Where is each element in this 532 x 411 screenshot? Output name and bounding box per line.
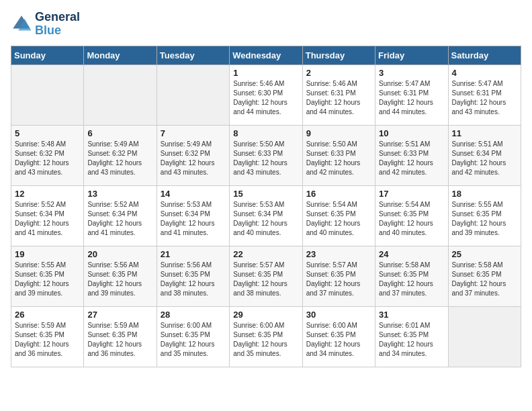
day-info: Sunrise: 5:57 AM Sunset: 6:35 PM Dayligh… — [306, 261, 371, 298]
day-info: Sunrise: 5:54 AM Sunset: 6:35 PM Dayligh… — [306, 200, 371, 238]
day-number: 13 — [87, 189, 152, 199]
day-number: 15 — [233, 189, 298, 199]
day-info: Sunrise: 5:49 AM Sunset: 6:32 PM Dayligh… — [87, 140, 152, 177]
calendar-cell: 12Sunrise: 5:52 AM Sunset: 6:34 PM Dayli… — [11, 185, 84, 246]
day-number: 28 — [161, 310, 226, 320]
calendar-cell: 20Sunrise: 5:56 AM Sunset: 6:35 PM Dayli… — [84, 246, 157, 306]
calendar-cell: 13Sunrise: 5:52 AM Sunset: 6:34 PM Dayli… — [84, 185, 157, 246]
page-header: General Blue — [11, 11, 521, 38]
day-number: 4 — [452, 68, 517, 78]
day-info: Sunrise: 5:52 AM Sunset: 6:34 PM Dayligh… — [87, 200, 152, 238]
day-number: 14 — [161, 189, 226, 199]
day-info: Sunrise: 6:00 AM Sunset: 6:35 PM Dayligh… — [161, 321, 226, 359]
day-info: Sunrise: 5:59 AM Sunset: 6:35 PM Dayligh… — [15, 321, 80, 359]
calendar-cell: 1Sunrise: 5:46 AM Sunset: 6:30 PM Daylig… — [230, 64, 302, 125]
day-number: 18 — [452, 189, 517, 199]
day-number: 12 — [15, 189, 80, 199]
day-number: 17 — [379, 189, 444, 199]
calendar-cell — [157, 64, 229, 125]
day-info: Sunrise: 5:48 AM Sunset: 6:32 PM Dayligh… — [15, 140, 80, 177]
calendar-cell: 5Sunrise: 5:48 AM Sunset: 6:32 PM Daylig… — [11, 125, 84, 185]
day-number: 27 — [87, 310, 152, 320]
day-info: Sunrise: 5:59 AM Sunset: 6:35 PM Dayligh… — [87, 321, 152, 359]
day-number: 31 — [379, 310, 444, 320]
calendar-week-row: 1Sunrise: 5:46 AM Sunset: 6:30 PM Daylig… — [11, 64, 521, 125]
calendar-cell: 4Sunrise: 5:47 AM Sunset: 6:31 PM Daylig… — [448, 64, 521, 125]
calendar-cell — [11, 64, 84, 125]
calendar-cell: 18Sunrise: 5:55 AM Sunset: 6:35 PM Dayli… — [448, 185, 521, 246]
day-info: Sunrise: 5:51 AM Sunset: 6:34 PM Dayligh… — [452, 140, 517, 177]
calendar-cell: 27Sunrise: 5:59 AM Sunset: 6:35 PM Dayli… — [84, 306, 157, 367]
day-info: Sunrise: 5:47 AM Sunset: 6:31 PM Dayligh… — [379, 79, 444, 117]
calendar-cell: 30Sunrise: 6:00 AM Sunset: 6:35 PM Dayli… — [302, 306, 375, 367]
day-number: 20 — [87, 249, 152, 259]
calendar-cell: 2Sunrise: 5:46 AM Sunset: 6:31 PM Daylig… — [302, 64, 375, 125]
calendar-week-row: 5Sunrise: 5:48 AM Sunset: 6:32 PM Daylig… — [11, 125, 521, 185]
day-number: 25 — [452, 249, 517, 259]
calendar-cell: 23Sunrise: 5:57 AM Sunset: 6:35 PM Dayli… — [302, 246, 375, 306]
weekday-header: Tuesday — [157, 46, 229, 64]
day-info: Sunrise: 5:47 AM Sunset: 6:31 PM Dayligh… — [452, 79, 517, 117]
weekday-header: Wednesday — [230, 46, 302, 64]
weekday-header: Monday — [84, 46, 157, 64]
day-info: Sunrise: 5:55 AM Sunset: 6:35 PM Dayligh… — [452, 200, 517, 238]
calendar-cell: 11Sunrise: 5:51 AM Sunset: 6:34 PM Dayli… — [448, 125, 521, 185]
weekday-header: Friday — [375, 46, 448, 64]
calendar-cell: 17Sunrise: 5:54 AM Sunset: 6:35 PM Dayli… — [375, 185, 448, 246]
day-info: Sunrise: 5:53 AM Sunset: 6:34 PM Dayligh… — [161, 200, 226, 238]
day-info: Sunrise: 6:00 AM Sunset: 6:35 PM Dayligh… — [306, 321, 371, 359]
day-info: Sunrise: 5:49 AM Sunset: 6:32 PM Dayligh… — [161, 140, 226, 177]
logo: General Blue — [11, 11, 80, 38]
logo-icon — [11, 13, 32, 35]
day-info: Sunrise: 5:51 AM Sunset: 6:33 PM Dayligh… — [379, 140, 444, 177]
calendar-cell: 26Sunrise: 5:59 AM Sunset: 6:35 PM Dayli… — [11, 306, 84, 367]
weekday-header: Sunday — [11, 46, 84, 64]
calendar-cell: 28Sunrise: 6:00 AM Sunset: 6:35 PM Dayli… — [157, 306, 229, 367]
day-info: Sunrise: 5:58 AM Sunset: 6:35 PM Dayligh… — [379, 261, 444, 298]
day-info: Sunrise: 5:56 AM Sunset: 6:35 PM Dayligh… — [87, 261, 152, 298]
day-info: Sunrise: 6:01 AM Sunset: 6:35 PM Dayligh… — [379, 321, 444, 359]
day-info: Sunrise: 5:55 AM Sunset: 6:35 PM Dayligh… — [15, 261, 80, 298]
day-number: 5 — [15, 128, 80, 138]
calendar-cell: 29Sunrise: 6:00 AM Sunset: 6:35 PM Dayli… — [230, 306, 302, 367]
day-number: 30 — [306, 310, 371, 320]
day-number: 1 — [233, 68, 298, 78]
day-number: 6 — [87, 128, 152, 138]
day-number: 22 — [233, 249, 298, 259]
day-info: Sunrise: 5:56 AM Sunset: 6:35 PM Dayligh… — [161, 261, 226, 298]
logo-text: General Blue — [35, 11, 80, 38]
calendar-cell: 7Sunrise: 5:49 AM Sunset: 6:32 PM Daylig… — [157, 125, 229, 185]
calendar-cell — [84, 64, 157, 125]
day-number: 24 — [379, 249, 444, 259]
calendar-header: SundayMondayTuesdayWednesdayThursdayFrid… — [11, 46, 521, 64]
day-info: Sunrise: 5:58 AM Sunset: 6:35 PM Dayligh… — [452, 261, 517, 298]
calendar-cell: 8Sunrise: 5:50 AM Sunset: 6:33 PM Daylig… — [230, 125, 302, 185]
day-info: Sunrise: 5:46 AM Sunset: 6:31 PM Dayligh… — [306, 79, 371, 117]
day-info: Sunrise: 5:52 AM Sunset: 6:34 PM Dayligh… — [15, 200, 80, 238]
day-number: 11 — [452, 128, 517, 138]
calendar-cell: 21Sunrise: 5:56 AM Sunset: 6:35 PM Dayli… — [157, 246, 229, 306]
day-number: 3 — [379, 68, 444, 78]
day-number: 29 — [233, 310, 298, 320]
day-info: Sunrise: 5:53 AM Sunset: 6:34 PM Dayligh… — [233, 200, 298, 238]
calendar-cell: 15Sunrise: 5:53 AM Sunset: 6:34 PM Dayli… — [230, 185, 302, 246]
day-number: 16 — [306, 189, 371, 199]
day-number: 9 — [306, 128, 371, 138]
calendar-cell: 31Sunrise: 6:01 AM Sunset: 6:35 PM Dayli… — [375, 306, 448, 367]
calendar-cell — [448, 306, 521, 367]
calendar-cell: 16Sunrise: 5:54 AM Sunset: 6:35 PM Dayli… — [302, 185, 375, 246]
day-info: Sunrise: 5:50 AM Sunset: 6:33 PM Dayligh… — [306, 140, 371, 177]
day-number: 19 — [15, 249, 80, 259]
day-info: Sunrise: 6:00 AM Sunset: 6:35 PM Dayligh… — [233, 321, 298, 359]
calendar-cell: 6Sunrise: 5:49 AM Sunset: 6:32 PM Daylig… — [84, 125, 157, 185]
calendar-cell: 9Sunrise: 5:50 AM Sunset: 6:33 PM Daylig… — [302, 125, 375, 185]
calendar-week-row: 12Sunrise: 5:52 AM Sunset: 6:34 PM Dayli… — [11, 185, 521, 246]
day-info: Sunrise: 5:57 AM Sunset: 6:35 PM Dayligh… — [233, 261, 298, 298]
calendar-cell: 24Sunrise: 5:58 AM Sunset: 6:35 PM Dayli… — [375, 246, 448, 306]
calendar-week-row: 19Sunrise: 5:55 AM Sunset: 6:35 PM Dayli… — [11, 246, 521, 306]
day-number: 21 — [161, 249, 226, 259]
day-number: 23 — [306, 249, 371, 259]
calendar-cell: 19Sunrise: 5:55 AM Sunset: 6:35 PM Dayli… — [11, 246, 84, 306]
day-number: 7 — [161, 128, 226, 138]
day-info: Sunrise: 5:54 AM Sunset: 6:35 PM Dayligh… — [379, 200, 444, 238]
